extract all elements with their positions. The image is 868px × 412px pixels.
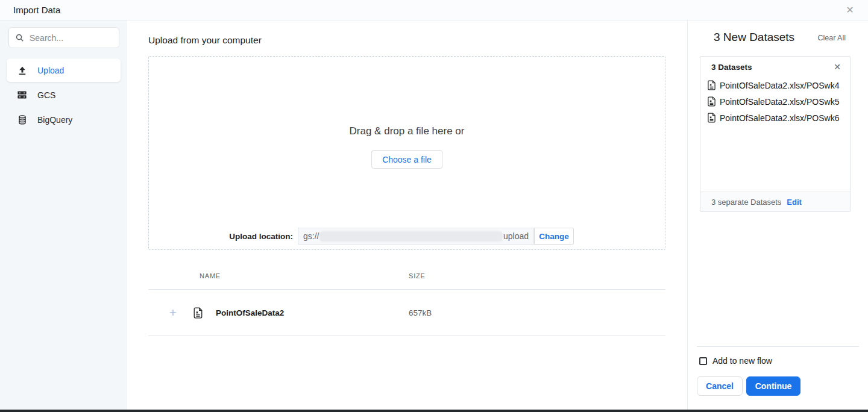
- expand-plus-icon[interactable]: +: [167, 304, 179, 321]
- table-row: + PointOfSaleData2 657kB: [148, 290, 665, 336]
- sidebar-item-label: BigQuery: [37, 115, 72, 125]
- sidebar-item-label: Upload: [37, 66, 64, 75]
- edit-link[interactable]: Edit: [787, 198, 802, 207]
- dialog-title: Import Data: [13, 5, 60, 15]
- upload-location-redacted-value: [320, 232, 502, 241]
- uploaded-files-table: NAME SIZE + PointOfSaleData2 657kB: [148, 263, 665, 336]
- clear-all-link[interactable]: Clear All: [817, 34, 846, 42]
- file-size: 657kB: [409, 308, 432, 317]
- datasets-summary: 3 separate Datasets: [711, 198, 781, 207]
- dialog-close-icon[interactable]: ✕: [844, 4, 856, 16]
- panel-divider: [697, 346, 859, 347]
- upload-location-row: Upload location: gs:// upload Change: [149, 228, 665, 245]
- upload-icon: [16, 64, 28, 76]
- spreadsheet-file-icon: [707, 113, 716, 123]
- file-dropzone[interactable]: Drag & drop a file here or Choose a file…: [148, 56, 665, 250]
- sidebar-items: Upload GCS BigQuery: [7, 58, 121, 133]
- search-icon: [15, 33, 24, 42]
- datasets-card-title: 3 Datasets: [711, 63, 752, 72]
- upload-location-prefix: gs://: [303, 231, 319, 241]
- spreadsheet-file-icon: [707, 96, 716, 107]
- file-name: PointOfSaleData2: [216, 308, 284, 317]
- dialog-titlebar: Import Data ✕: [0, 0, 868, 20]
- cancel-button[interactable]: Cancel: [697, 376, 743, 396]
- dataset-item-label: PointOfSaleData2.xlsx/POSwk6: [720, 113, 839, 123]
- sidebar-item-gcs[interactable]: GCS: [7, 83, 121, 107]
- sidebar-item-label: GCS: [37, 90, 55, 100]
- datasets-card-close-icon[interactable]: ✕: [832, 61, 843, 72]
- source-sidebar: Upload GCS BigQuery: [0, 20, 127, 410]
- dataset-item[interactable]: PointOfSaleData2.xlsx/POSwk5: [700, 93, 850, 110]
- new-datasets-panel: 3 New Datasets Clear All 3 Datasets ✕ Po…: [687, 20, 868, 410]
- change-location-button[interactable]: Change: [534, 228, 574, 245]
- gcs-icon: [16, 89, 28, 101]
- spreadsheet-file-icon: [707, 80, 716, 90]
- search-box[interactable]: [8, 27, 119, 48]
- table-header-row: NAME SIZE: [148, 263, 665, 290]
- import-data-dialog: Import Data ✕ Upload GCS: [0, 0, 868, 412]
- column-header-size: SIZE: [409, 272, 426, 279]
- choose-file-button[interactable]: Choose a file: [371, 150, 442, 169]
- upload-location-field[interactable]: gs:// upload: [298, 228, 534, 245]
- spreadsheet-file-icon: [193, 307, 203, 321]
- upload-location-label: Upload location:: [149, 232, 298, 241]
- dataset-item[interactable]: PointOfSaleData2.xlsx/POSwk6: [700, 110, 850, 126]
- dataset-item[interactable]: PointOfSaleData2.xlsx/POSwk4: [700, 77, 850, 93]
- main-heading: Upload from your computer: [148, 35, 262, 46]
- panel-title: 3 New Datasets: [714, 31, 794, 44]
- datasets-card: 3 Datasets ✕ PointOfSaleData2.xlsx/POSwk…: [700, 56, 851, 212]
- column-header-name: NAME: [200, 272, 221, 279]
- datasets-card-footer: 3 separate Datasets Edit: [700, 192, 850, 211]
- dropzone-text: Drag & drop a file here or: [149, 125, 665, 137]
- window-bottom-edge: [0, 410, 868, 412]
- dataset-item-label: PointOfSaleData2.xlsx/POSwk4: [720, 81, 839, 90]
- datasets-card-header: 3 Datasets ✕: [700, 57, 850, 77]
- sidebar-item-upload[interactable]: Upload: [7, 58, 121, 82]
- search-input[interactable]: [30, 33, 108, 43]
- upload-location-suffix: upload: [503, 231, 529, 241]
- continue-button[interactable]: Continue: [746, 376, 800, 396]
- bigquery-database-icon: [16, 114, 28, 125]
- add-to-new-flow-checkbox[interactable]: [699, 357, 707, 365]
- upload-main-panel: Upload from your computer Drag & drop a …: [127, 20, 687, 410]
- add-to-new-flow-label: Add to new flow: [712, 356, 772, 366]
- dataset-item-label: PointOfSaleData2.xlsx/POSwk5: [720, 97, 839, 107]
- sidebar-item-bigquery[interactable]: BigQuery: [7, 108, 121, 131]
- add-to-new-flow-option[interactable]: Add to new flow: [699, 356, 772, 366]
